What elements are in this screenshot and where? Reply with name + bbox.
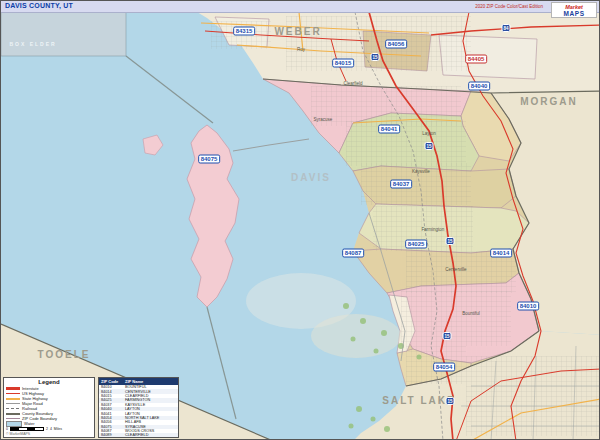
header-bar: DAVIS COUNTY, UT 2020 ZIP Code Color/Cas… [1, 1, 600, 13]
box-elder-area [1, 12, 126, 56]
legend-item-label: Water [24, 421, 35, 426]
map-title: DAVIS COUNTY, UT [5, 2, 73, 9]
zip-name-cell: FARMINGTON [123, 398, 178, 402]
legend-swatch [6, 398, 20, 400]
zip-code-cell: 84015 [99, 394, 123, 398]
legend-title: Legend [6, 379, 92, 386]
scale-tick: 4 [50, 427, 52, 431]
legend-swatch [6, 408, 20, 410]
zip-name-cell: LAYTON [123, 407, 178, 411]
legend-swatch [6, 421, 22, 427]
legend-items: Interstate US Highway State Highway Majo… [6, 386, 92, 426]
zip-name-cell: BOUNTIFUL [123, 385, 178, 389]
zip-code-cell: 84087 [99, 429, 123, 433]
zip-code-cell: 84010 [99, 385, 123, 389]
legend-box: Legend Interstate US Highway State Highw… [3, 377, 95, 438]
zip-name-header: ZIP Name [123, 379, 178, 384]
zip-code-cell: 84075 [99, 425, 123, 429]
publisher-logo: Market MAPS [551, 2, 597, 18]
zip-code-cell: 84014 [99, 390, 123, 394]
zip-name-cell: WOODS CROSS [123, 429, 178, 433]
zip-code-header: ZIP Code [99, 379, 123, 384]
scale-tick: 0 [6, 427, 8, 431]
zip-name-cell: LAYTON [123, 412, 178, 416]
legend-swatch [6, 413, 20, 415]
legend-swatch [6, 387, 20, 390]
zip-code-cell: 84041 [99, 412, 123, 416]
zip-name-cell: SYRACUSE [123, 425, 178, 429]
zip-code-cell: 84054 [99, 416, 123, 420]
zip-name-cell: CENTERVILLE [123, 390, 178, 394]
map-poster: DAVIS COUNTY, UT 2020 ZIP Code Color/Cas… [0, 0, 600, 440]
lake-sandbar [311, 314, 401, 358]
scale-bar [10, 427, 44, 432]
zip-code-cell: 84089 [99, 433, 123, 437]
base-map [1, 1, 600, 440]
legend-swatch [6, 393, 20, 395]
legend-swatch [6, 403, 20, 405]
zip-name-cell: CLEARFIELD [123, 433, 178, 437]
zip-name-cell: NORTH SALT LAKE [123, 416, 178, 420]
zip-code-table: ZIP Code ZIP Name 84010 BOUNTIFUL 84014 … [98, 377, 179, 438]
table-body: 84010 BOUNTIFUL 84014 CENTERVILLE 84015 … [99, 385, 178, 438]
legend-swatch [6, 418, 20, 420]
zip-name-cell: HILL AFB [123, 420, 178, 424]
edition-label: 2020 ZIP Code Color/Cast Edition [475, 4, 543, 9]
table-row: 84089 CLEARFIELD [99, 433, 178, 437]
zip-code-cell: 84056 [99, 420, 123, 424]
logo-line2: MAPS [552, 10, 596, 17]
zip-name-cell: KAYSVILLE [123, 403, 178, 407]
copyright-text: © MarketMAPS [6, 432, 92, 436]
zip-code-cell: 84040 [99, 407, 123, 411]
zip-code-cell: 84037 [99, 403, 123, 407]
scale-tick: 2 [46, 427, 48, 431]
zip-code-cell: 84025 [99, 398, 123, 402]
zip-name-cell: CLEARFIELD [123, 394, 178, 398]
scale-unit-label: Miles [54, 427, 62, 431]
table-header-row: ZIP Code ZIP Name [99, 378, 178, 385]
